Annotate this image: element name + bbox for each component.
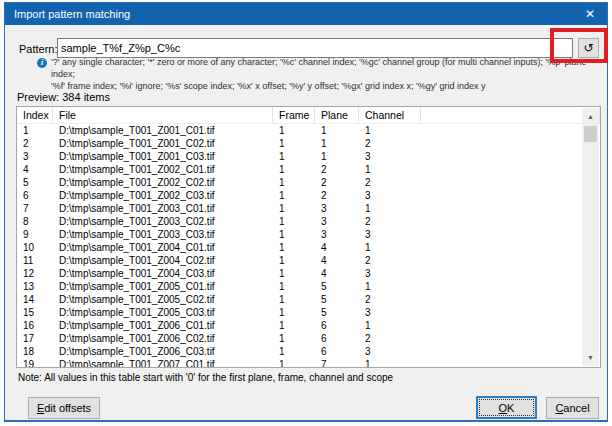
cell-frame: 1 [273,306,315,319]
cell-channel: 2 [359,176,421,189]
pattern-input[interactable] [57,38,573,58]
table-row[interactable]: 8 D:\tmp\sample_T001_Z003_C02.tif 1 3 2 [17,215,600,228]
table-row[interactable]: 5 D:\tmp\sample_T001_Z002_C02.tif 1 2 2 [17,176,600,189]
table-row[interactable]: 2 D:\tmp\sample_T001_Z001_C02.tif 1 1 2 [17,137,600,150]
table-row[interactable]: 16 D:\tmp\sample_T001_Z006_C01.tif 1 6 1 [17,319,600,332]
titlebar: Import pattern matching ✕ [5,3,607,25]
table-row[interactable]: 13 D:\tmp\sample_T001_Z005_C01.tif 1 5 1 [17,280,600,293]
cell-index: 11 [17,254,53,267]
cell-plane: 6 [315,345,359,358]
table-row[interactable]: 7 D:\tmp\sample_T001_Z003_C01.tif 1 3 1 [17,202,600,215]
cell-frame: 1 [273,280,315,293]
cell-frame: 1 [273,241,315,254]
cell-channel: 1 [359,280,421,293]
column-header-channel[interactable]: Channel [359,107,421,123]
cell-plane: 3 [315,228,359,241]
table-row[interactable]: 17 D:\tmp\sample_T001_Z006_C02.tif 1 6 2 [17,332,600,345]
table-body: 1 D:\tmp\sample_T001_Z001_C01.tif 1 1 1 … [17,124,600,368]
cell-plane: 1 [315,137,359,150]
cell-index: 14 [17,293,53,306]
cell-channel: 2 [359,254,421,267]
table-row[interactable]: 3 D:\tmp\sample_T001_Z001_C03.tif 1 1 3 [17,150,600,163]
table-row[interactable]: 14 D:\tmp\sample_T001_Z005_C02.tif 1 5 2 [17,293,600,306]
table-row[interactable]: 10 D:\tmp\sample_T001_Z004_C01.tif 1 4 1 [17,241,600,254]
table-scrollbar[interactable]: ▲ ▼ [582,108,599,366]
cell-frame: 1 [273,332,315,345]
cell-file: D:\tmp\sample_T001_Z006_C02.tif [53,332,273,345]
dialog-title: Import pattern matching [14,8,130,20]
cell-channel: 1 [359,358,421,368]
cell-file: D:\tmp\sample_T001_Z003_C02.tif [53,215,273,228]
dialog-content: Pattern: ↺ i '?' any single character; '… [5,25,607,420]
cell-index: 1 [17,124,53,137]
cell-plane: 7 [315,358,359,368]
table-row[interactable]: 6 D:\tmp\sample_T001_Z002_C03.tif 1 2 3 [17,189,600,202]
scroll-down-icon[interactable]: ▼ [582,349,599,366]
column-header-file[interactable]: File [53,107,273,123]
table-note: Note: All values in this table start wit… [18,372,393,383]
edit-offsets-button[interactable]: Edit offsets [28,397,100,419]
column-header-index[interactable]: Index [17,107,53,123]
table-row[interactable]: 1 D:\tmp\sample_T001_Z001_C01.tif 1 1 1 [17,124,600,137]
cell-plane: 4 [315,241,359,254]
cell-index: 18 [17,345,53,358]
cell-file: D:\tmp\sample_T001_Z006_C03.tif [53,345,273,358]
column-header-filler [421,107,600,123]
cell-channel: 3 [359,150,421,163]
cell-frame: 1 [273,293,315,306]
cell-frame: 1 [273,202,315,215]
cell-file: D:\tmp\sample_T001_Z001_C03.tif [53,150,273,163]
cell-plane: 1 [315,150,359,163]
preview-count-label: Preview: 384 items [17,91,110,103]
cell-file: D:\tmp\sample_T001_Z005_C03.tif [53,306,273,319]
cell-file: D:\tmp\sample_T001_Z002_C01.tif [53,163,273,176]
column-header-frame[interactable]: Frame [273,107,315,123]
cell-frame: 1 [273,254,315,267]
ok-button[interactable]: OK [476,396,537,419]
cell-file: D:\tmp\sample_T001_Z004_C01.tif [53,241,273,254]
cell-index: 8 [17,215,53,228]
cancel-button[interactable]: Cancel [546,397,599,419]
cell-index: 7 [17,202,53,215]
table-header: Index File Frame Plane Channel [17,107,600,124]
cell-frame: 1 [273,189,315,202]
cell-plane: 3 [315,202,359,215]
table-row[interactable]: 12 D:\tmp\sample_T001_Z004_C03.tif 1 4 3 [17,267,600,280]
cell-channel: 2 [359,332,421,345]
hint-line-1: '?' any single character; '*' zero or mo… [51,56,591,80]
cell-frame: 1 [273,150,315,163]
cell-frame: 1 [273,345,315,358]
table-row[interactable]: 9 D:\tmp\sample_T001_Z003_C03.tif 1 3 3 [17,228,600,241]
cell-index: 6 [17,189,53,202]
close-icon[interactable]: ✕ [573,3,607,25]
table-row[interactable]: 4 D:\tmp\sample_T001_Z002_C01.tif 1 2 1 [17,163,600,176]
cell-file: D:\tmp\sample_T001_Z002_C03.tif [53,189,273,202]
cell-file: D:\tmp\sample_T001_Z006_C01.tif [53,319,273,332]
table-row[interactable]: 18 D:\tmp\sample_T001_Z006_C03.tif 1 6 3 [17,345,600,358]
cell-frame: 1 [273,124,315,137]
cell-index: 9 [17,228,53,241]
column-header-plane[interactable]: Plane [315,107,359,123]
cell-channel: 1 [359,124,421,137]
cell-file: D:\tmp\sample_T001_Z001_C01.tif [53,124,273,137]
cell-frame: 1 [273,319,315,332]
table-row[interactable]: 11 D:\tmp\sample_T001_Z004_C02.tif 1 4 2 [17,254,600,267]
cell-file: D:\tmp\sample_T001_Z005_C02.tif [53,293,273,306]
cell-channel: 2 [359,215,421,228]
preview-table: Index File Frame Plane Channel 1 D:\tmp\… [16,106,601,368]
cell-plane: 1 [315,124,359,137]
scrollbar-thumb[interactable] [584,126,597,142]
table-row[interactable]: 19 D:\tmp\sample_T001_Z007_C01.tif 1 7 1 [17,358,600,368]
cell-frame: 1 [273,163,315,176]
cell-index: 10 [17,241,53,254]
scroll-up-icon[interactable]: ▲ [582,108,599,125]
table-row[interactable]: 15 D:\tmp\sample_T001_Z005_C03.tif 1 5 3 [17,306,600,319]
info-icon: i [37,58,47,68]
pattern-hint: '?' any single character; '*' zero or mo… [51,56,591,92]
cell-index: 13 [17,280,53,293]
cell-channel: 2 [359,293,421,306]
cell-channel: 1 [359,163,421,176]
hint-line-2: '%f' frame index; '%i' ignore; '%s' scop… [51,80,591,92]
refresh-button[interactable]: ↺ [578,38,599,58]
import-pattern-matching-dialog: Import pattern matching ✕ Pattern: ↺ i '… [4,2,608,422]
